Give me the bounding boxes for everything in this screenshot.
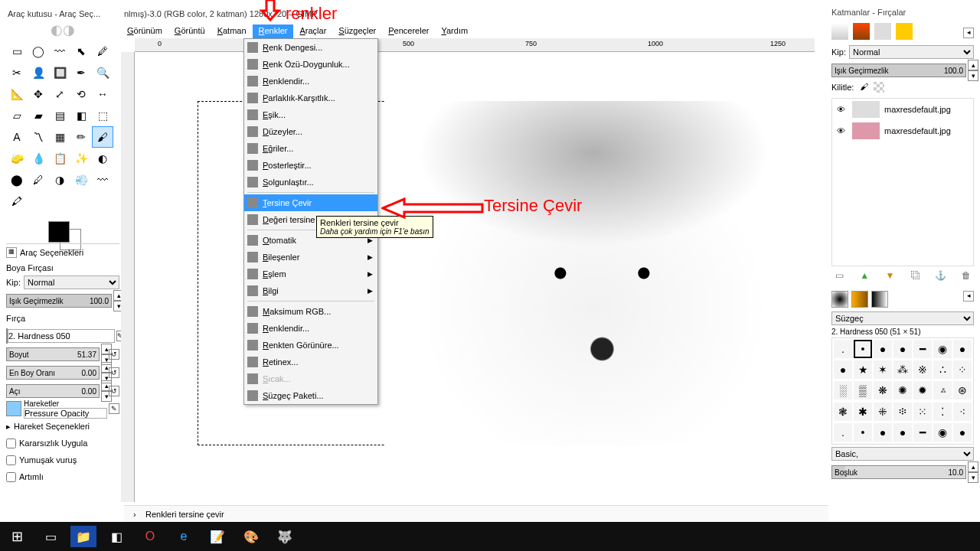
- tool-12[interactable]: ⤢: [49, 83, 70, 105]
- task-app-icon[interactable]: ◧: [100, 522, 133, 551]
- menu-item-e-riler-[interactable]: Eğriler...: [244, 140, 377, 157]
- aspect-reset-button[interactable]: ↺: [109, 367, 119, 378]
- brush-preset[interactable]: ★: [854, 360, 872, 379]
- brush-preset[interactable]: ░: [834, 381, 852, 399]
- tool-29[interactable]: ◐: [92, 148, 113, 169]
- menu-item-s-zge-paketi-[interactable]: Süzgeç Paketi...: [244, 387, 377, 404]
- tool-25[interactable]: 🧽: [6, 148, 28, 169]
- brush-tab-icon[interactable]: [831, 291, 848, 308]
- brush-preset[interactable]: ⁙: [913, 403, 932, 421]
- menu-item-renklendir-[interactable]: Renklendir...: [244, 73, 377, 90]
- paths-tab-icon[interactable]: [874, 23, 891, 40]
- brush-preset[interactable]: ●: [953, 340, 972, 358]
- brush-preset[interactable]: ●: [834, 360, 852, 379]
- tool-1[interactable]: ◯: [28, 41, 49, 62]
- tool-0[interactable]: ▭: [6, 41, 28, 62]
- lower-layer-button[interactable]: ▼: [884, 269, 896, 282]
- angle-reset-button[interactable]: ↺: [109, 386, 119, 396]
- layer-mode-select[interactable]: Normal: [849, 45, 974, 59]
- brush-preset[interactable]: ⁂: [893, 360, 912, 379]
- brush-preset[interactable]: ✶: [874, 360, 892, 379]
- tool-22[interactable]: ▦: [49, 126, 70, 148]
- dynamics-edit-button[interactable]: ✎: [109, 403, 119, 414]
- layer-row[interactable]: 👁maxresdefault.jpg: [832, 99, 973, 120]
- tool-6[interactable]: 👤: [28, 62, 49, 83]
- menu-item-renk-dengesi-[interactable]: Renk Dengesi...: [244, 39, 377, 56]
- opera-icon[interactable]: O: [133, 522, 167, 551]
- brush-preset[interactable]: ◉: [933, 423, 952, 442]
- brush-preset[interactable]: ●: [874, 423, 892, 442]
- brush-preset[interactable]: ✱: [854, 403, 872, 421]
- menu-katman[interactable]: Katman: [211, 24, 253, 40]
- gimp-taskbar-icon[interactable]: 🐺: [268, 522, 302, 551]
- brush-preset[interactable]: ⁘: [953, 360, 972, 379]
- tool-26[interactable]: 💧: [28, 148, 49, 169]
- menu-item-bilgi[interactable]: Bilgi▶: [244, 282, 377, 299]
- brush-preset[interactable]: ━: [913, 423, 932, 442]
- pattern-tab-icon[interactable]: [851, 291, 868, 308]
- tool-10[interactable]: 📐: [6, 83, 28, 105]
- ie-icon[interactable]: e: [167, 522, 201, 551]
- menu-item-e-lem[interactable]: Eşlem▶: [244, 266, 377, 282]
- brush-preset[interactable]: ፨: [893, 403, 912, 421]
- kararsizlik-checkbox[interactable]: [6, 439, 16, 448]
- menu-görüntü[interactable]: Görüntü: [168, 24, 211, 40]
- tool-3[interactable]: ⬉: [70, 41, 92, 62]
- menu-renkler[interactable]: Renkler: [253, 24, 294, 40]
- menu-pencereler[interactable]: Pencereler: [382, 24, 435, 40]
- menu-item-renklendir-[interactable]: Renklendir...: [244, 320, 377, 337]
- menu-item-maksimum-rgb-[interactable]: Maksimum RGB...: [244, 303, 377, 320]
- brush-preset[interactable]: ⁚: [933, 403, 952, 421]
- brush-preset[interactable]: ●: [893, 340, 912, 358]
- tool-13[interactable]: ⟲: [70, 83, 92, 105]
- brush-grid[interactable]: .•●●━◉●●★✶⁂※∴⁘░▒❋✺✹࿏⊛❃✱⁜፨⁙⁚⁖.•●●━◉●: [831, 337, 974, 445]
- brush-preset[interactable]: ━: [913, 340, 932, 358]
- menu-item-tersine-evir[interactable]: Tersine Çevir: [244, 194, 377, 211]
- brush-filter-select[interactable]: Süzgeç: [831, 311, 974, 325]
- tool-30[interactable]: ⬤: [6, 169, 28, 191]
- size-slider[interactable]: Boyut 51.37: [6, 347, 100, 361]
- menu-item-solgunla-t-r-[interactable]: Solgunlaştır...: [244, 174, 377, 191]
- brush-panel-config-button[interactable]: ◂: [963, 291, 974, 302]
- anchor-layer-button[interactable]: ⚓: [935, 269, 947, 282]
- brush-preset[interactable]: ✹: [913, 381, 932, 399]
- canvas-image[interactable]: [385, 101, 802, 445]
- layer-opacity-up[interactable]: ▴: [968, 60, 978, 70]
- brush-preset[interactable]: ▒: [854, 381, 872, 399]
- menu-item-d-zeyler-[interactable]: Düzeyler...: [244, 123, 377, 140]
- brush-preset[interactable]: ✺: [893, 381, 912, 399]
- tool-4[interactable]: 🖉: [92, 41, 113, 62]
- brush-name-field[interactable]: [8, 329, 115, 343]
- layer-opacity-down[interactable]: ▾: [968, 70, 978, 81]
- file-explorer-icon[interactable]: 📁: [70, 526, 96, 547]
- layer-opacity-slider[interactable]: Işık Geçirmezlik 100.0: [831, 64, 966, 77]
- tool-14[interactable]: ↔: [92, 83, 113, 105]
- menu-görünüm[interactable]: Görünüm: [121, 24, 168, 40]
- brush-preset[interactable]: ◉: [933, 340, 952, 358]
- brush-preset[interactable]: ⁜: [874, 403, 892, 421]
- size-reset-button[interactable]: ↺: [109, 349, 119, 360]
- dynamics-options-label[interactable]: Hareket Seçenekleri: [14, 422, 90, 431]
- tool-2[interactable]: 〰: [49, 41, 70, 62]
- menu-yardım[interactable]: Yardım: [435, 24, 474, 40]
- tool-21[interactable]: 〽: [28, 126, 49, 148]
- yumusak-checkbox[interactable]: [6, 455, 16, 465]
- brush-preset[interactable]: ※: [913, 360, 932, 379]
- tool-options-tab-icon[interactable]: ▦: [6, 247, 17, 258]
- layer-row[interactable]: 👁maxresdefault.jpg: [832, 120, 973, 142]
- duplicate-layer-button[interactable]: ⿻: [910, 269, 922, 282]
- brush-preset[interactable]: .: [834, 423, 852, 442]
- spacing-down[interactable]: ▾: [968, 472, 978, 483]
- notepad-icon[interactable]: 📝: [201, 522, 234, 551]
- tool-24[interactable]: 🖌: [92, 126, 113, 148]
- paint-icon[interactable]: 🎨: [234, 522, 268, 551]
- tool-19[interactable]: ⬚: [92, 105, 113, 126]
- start-button[interactable]: ⊞: [0, 522, 34, 551]
- brush-preset[interactable]: ∴: [933, 360, 952, 379]
- fg-color-swatch[interactable]: [48, 221, 70, 243]
- tool-7[interactable]: 🔲: [49, 62, 70, 83]
- tool-23[interactable]: ✏: [70, 126, 92, 148]
- menu-item-e-ik-[interactable]: Eşik...: [244, 106, 377, 123]
- tool-35[interactable]: 🖍: [6, 191, 28, 212]
- dynamics-icon[interactable]: [6, 401, 21, 416]
